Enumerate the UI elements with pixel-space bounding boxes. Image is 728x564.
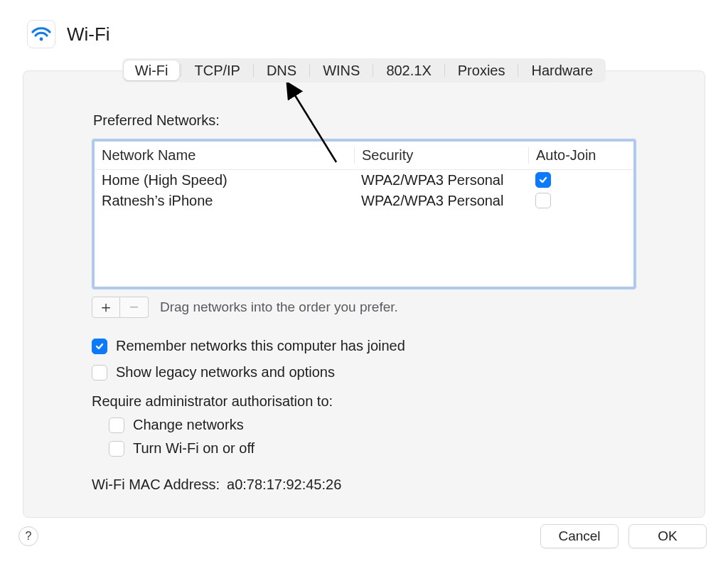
svg-point-0 [40, 38, 43, 41]
help-icon: ? [26, 530, 32, 543]
minus-icon: − [129, 298, 139, 316]
remember-networks-label: Remember networks this computer has join… [116, 338, 405, 354]
wifi-icon [27, 20, 55, 48]
reorder-hint: Drag networks into the order you prefer. [160, 299, 398, 315]
tab-proxies[interactable]: Proxies [446, 60, 517, 80]
col-security[interactable]: Security [354, 147, 528, 164]
auth-toggle-wifi-label: Turn Wi-Fi on or off [133, 440, 255, 457]
remember-networks-checkbox[interactable] [92, 339, 107, 354]
auth-toggle-wifi-checkbox[interactable] [109, 441, 124, 457]
table-header: Network Name Security Auto-Join [95, 142, 633, 170]
preferred-networks-label: Preferred Networks: [93, 112, 636, 129]
col-auto-join[interactable]: Auto-Join [528, 147, 626, 164]
autojoin-checkbox[interactable] [535, 193, 551, 208]
table-row[interactable]: Home (High Speed) WPA2/WPA3 Personal [95, 170, 633, 191]
tab-hardware[interactable]: Hardware [520, 60, 604, 80]
admin-auth-label: Require administrator authorisation to: [92, 393, 636, 410]
add-network-button[interactable]: ＋ [92, 297, 120, 318]
auth-change-networks-checkbox[interactable] [109, 417, 124, 433]
network-name: Home (High Speed) [102, 172, 354, 188]
plus-icon: ＋ [98, 297, 114, 318]
tab-wifi[interactable]: Wi-Fi [124, 60, 180, 80]
footer: ? Cancel OK [0, 524, 728, 548]
auth-change-networks-label: Change networks [133, 417, 244, 433]
mac-address-label: Wi-Fi MAC Address: [92, 477, 220, 493]
table-row[interactable]: Ratnesh’s iPhone WPA2/WPA3 Personal [95, 191, 633, 211]
tab-tcpip[interactable]: TCP/IP [183, 60, 251, 80]
tab-bar: Wi-Fi TCP/IP DNS WINS 802.1X Proxies Har… [0, 58, 728, 83]
mac-address-row: Wi-Fi MAC Address: a0:78:17:92:45:26 [92, 477, 636, 493]
header: Wi-Fi [0, 0, 728, 51]
network-security: WPA2/WPA3 Personal [354, 172, 528, 188]
network-name: Ratnesh’s iPhone [102, 193, 354, 209]
tab-8021x[interactable]: 802.1X [375, 60, 442, 80]
col-network-name[interactable]: Network Name [102, 147, 354, 164]
show-legacy-label: Show legacy networks and options [116, 364, 335, 381]
tab-wins[interactable]: WINS [311, 60, 371, 80]
mac-address-value: a0:78:17:92:45:26 [227, 477, 341, 493]
help-button[interactable]: ? [18, 526, 38, 546]
ok-button[interactable]: OK [628, 524, 707, 548]
preferred-networks-table[interactable]: Network Name Security Auto-Join Home (Hi… [92, 139, 636, 289]
autojoin-checkbox[interactable] [535, 172, 551, 188]
wifi-settings-window: Wi-Fi Wi-Fi TCP/IP DNS WINS 802.1X Proxi… [0, 0, 728, 564]
network-security: WPA2/WPA3 Personal [354, 193, 528, 209]
show-legacy-checkbox[interactable] [92, 365, 107, 381]
remove-network-button[interactable]: − [120, 297, 149, 318]
page-title: Wi-Fi [67, 23, 110, 46]
cancel-button[interactable]: Cancel [540, 524, 619, 548]
main-panel: Preferred Networks: Network Name Securit… [23, 70, 705, 518]
tab-dns[interactable]: DNS [255, 60, 308, 80]
